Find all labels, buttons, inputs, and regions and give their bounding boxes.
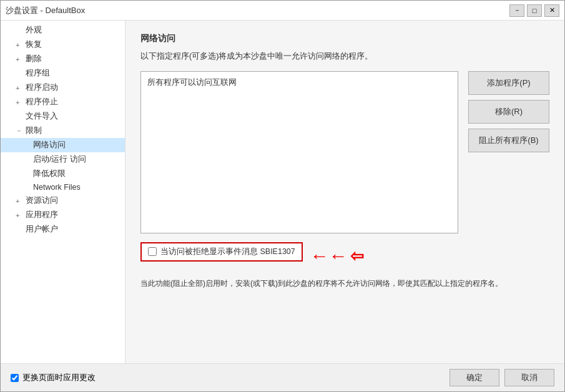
sidebar-item-appearance[interactable]: 外观	[1, 23, 125, 37]
expand-icon-app-programs: +	[16, 212, 23, 219]
expand-icon-program-stop: +	[16, 99, 23, 106]
window-title: 沙盘设置 - DefaultBox	[6, 5, 85, 16]
bottom-right: 确定 取消	[450, 369, 554, 386]
close-button[interactable]: ✕	[544, 4, 559, 17]
apply-on-switch-label: 更换页面时应用更改	[22, 373, 96, 383]
event-message-checkbox-row: 当访问被拒绝显示事件消息 SBIE1307	[140, 242, 303, 262]
apply-on-switch-checkbox[interactable]	[11, 374, 19, 382]
window-controls: － □ ✕	[509, 4, 559, 17]
ok-button[interactable]: 确定	[450, 369, 499, 386]
sidebar-item-app-programs[interactable]: + 应用程序	[1, 208, 125, 222]
program-area: 所有程序可以访问互联网 添加程序(P) 移除(R) 阻止所有程序(B)	[140, 71, 549, 233]
sidebar-item-program-start[interactable]: + 程序启动	[1, 81, 125, 95]
sidebar-item-restrict[interactable]: － 限制	[1, 124, 125, 138]
sidebar-item-network-access[interactable]: 网络访问	[1, 138, 125, 152]
bottom-bar: 更换页面时应用更改 确定 取消	[1, 363, 564, 391]
sidebar: 外观 + 恢复 + 删除 程序组 + 程序启动 + 程序停止	[1, 21, 125, 363]
title-bar: 沙盘设置 - DefaultBox － □ ✕	[1, 1, 564, 21]
main-window: 沙盘设置 - DefaultBox － □ ✕ 外观 + 恢复 + 删除	[0, 0, 565, 392]
sidebar-item-user-account[interactable]: 用户帐户	[1, 222, 125, 237]
sidebar-item-file-import[interactable]: 文件导入	[1, 109, 125, 124]
minimize-button[interactable]: －	[509, 4, 524, 17]
content-area: 外观 + 恢复 + 删除 程序组 + 程序启动 + 程序停止	[1, 21, 564, 363]
section-desc: 以下指定程序(可多选)将成为本沙盘中唯一允许访问网络的程序。	[140, 51, 549, 62]
checkbox-area-wrapper: 当访问被拒绝显示事件消息 SBIE1307 ←← ⇦	[140, 242, 549, 270]
add-program-button[interactable]: 添加程序(P)	[468, 71, 549, 95]
sidebar-item-reduce-rights[interactable]: 降低权限	[1, 167, 125, 181]
sidebar-item-start-run-access[interactable]: 启动/运行 访问	[1, 152, 125, 167]
sidebar-item-delete[interactable]: + 删除	[1, 52, 125, 66]
red-arrow-icon: ←←	[310, 247, 348, 265]
sidebar-item-network-files[interactable]: Network Files	[1, 181, 125, 194]
expand-icon-program-start: +	[16, 84, 23, 92]
red-arrow-extra: ⇦	[350, 247, 364, 266]
sidebar-item-restore[interactable]: + 恢复	[1, 37, 125, 52]
sidebar-item-resource-access[interactable]: + 资源访问	[1, 194, 125, 208]
footer-note: 当此功能(阻止全部)启用时，安装(或下载)到此沙盘的程序将不允许访问网络，即使其…	[140, 278, 549, 290]
event-message-label: 当访问被拒绝显示事件消息 SBIE1307	[160, 247, 295, 257]
expand-icon-delete: +	[16, 56, 23, 63]
cancel-button[interactable]: 取消	[504, 369, 554, 386]
section-title: 网络访问	[140, 33, 549, 44]
block-all-button[interactable]: 阻止所有程序(B)	[468, 129, 549, 152]
action-buttons: 添加程序(P) 移除(R) 阻止所有程序(B)	[468, 71, 549, 233]
expand-icon-restore: +	[16, 41, 23, 49]
maximize-button[interactable]: □	[527, 4, 542, 17]
program-list[interactable]: 所有程序可以访问互联网	[140, 71, 458, 233]
sidebar-item-program-group[interactable]: 程序组	[1, 66, 125, 81]
bottom-left: 更换页面时应用更改	[11, 373, 96, 383]
expand-icon-restrict: －	[16, 126, 23, 135]
program-list-item: 所有程序可以访问互联网	[145, 76, 454, 89]
expand-icon-resource-access: +	[16, 197, 23, 205]
remove-button[interactable]: 移除(R)	[468, 100, 549, 124]
event-message-checkbox[interactable]	[148, 247, 157, 256]
sidebar-item-program-stop[interactable]: + 程序停止	[1, 95, 125, 109]
main-panel: 网络访问 以下指定程序(可多选)将成为本沙盘中唯一允许访问网络的程序。 所有程序…	[125, 21, 564, 363]
